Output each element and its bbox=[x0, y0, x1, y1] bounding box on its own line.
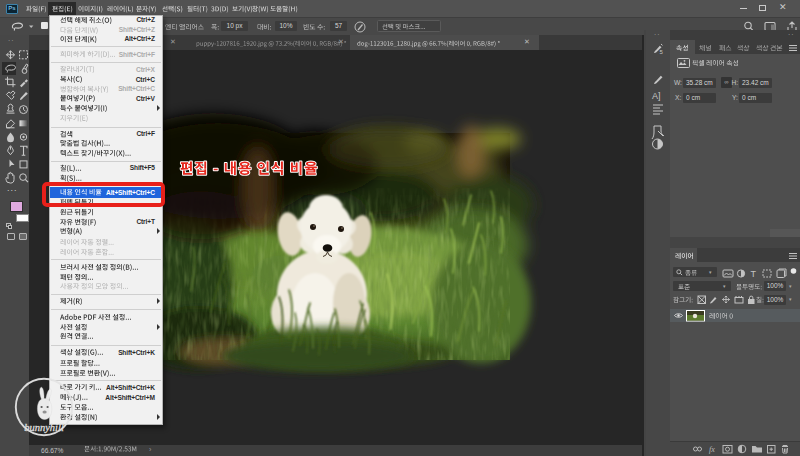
svg-text:T: T bbox=[751, 269, 757, 279]
svg-text:fx: fx bbox=[709, 445, 715, 454]
svg-text:bunnyhill: bunnyhill bbox=[24, 422, 64, 433]
svg-text:A]: A] bbox=[652, 91, 661, 101]
svg-text:5: 5 bbox=[660, 49, 664, 55]
